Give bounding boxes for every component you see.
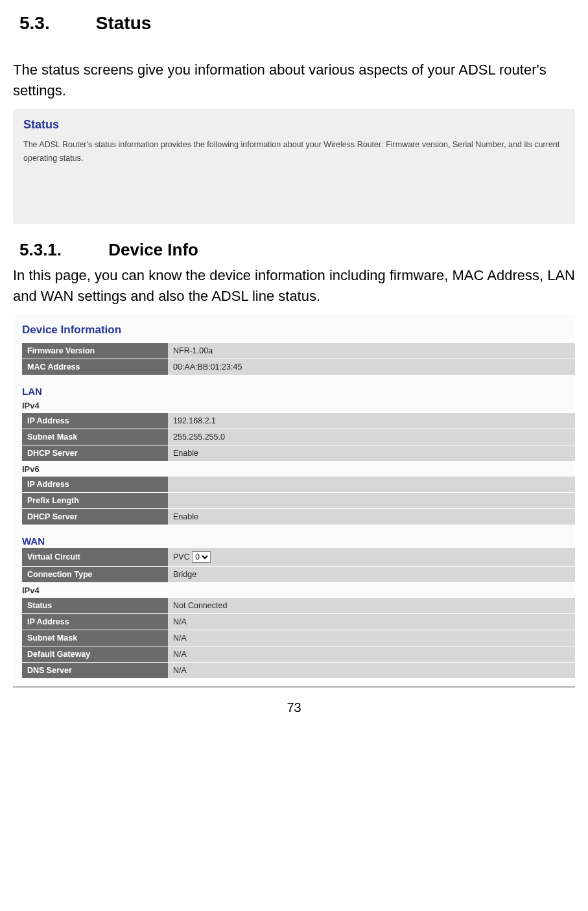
connection-type-value: Bridge [168, 567, 575, 583]
table-row: StatusNot Connected [22, 598, 575, 614]
table-row: IP Address192.168.2.1 [22, 413, 575, 429]
lan-ipv4-table: IP Address192.168.2.1Subnet Mask255.255.… [22, 413, 575, 462]
row-value: N/A [168, 663, 575, 679]
pvc-select[interactable]: 0 [192, 551, 211, 563]
subsection-number: 5.3.1. [19, 240, 104, 260]
table-row: Firmware VersionNFR-1.00a [22, 343, 575, 359]
row-label: Firmware Version [22, 343, 168, 359]
row-label: DNS Server [22, 663, 168, 679]
row-value: 00:AA:BB:01:23:45 [168, 359, 575, 375]
wan-ipv4-table: StatusNot ConnectedIP AddressN/ASubnet M… [22, 598, 575, 679]
table-row: DHCP ServerEnable [22, 445, 575, 462]
status-panel-title: Status [23, 118, 565, 132]
virtual-circuit-value: PVC 0 [168, 548, 575, 567]
table-row: Subnet MaskN/A [22, 630, 575, 646]
row-label: DHCP Server [22, 509, 168, 525]
section-number: 5.3. [19, 13, 91, 34]
lan-section-title: LAN [22, 386, 575, 397]
table-row: IP AddressN/A [22, 614, 575, 630]
connection-type-label: Connection Type [22, 567, 168, 583]
row-label: Default Gateway [22, 646, 168, 663]
row-label: Subnet Mask [22, 630, 168, 646]
row-value: 192.168.2.1 [168, 413, 575, 429]
subsection-heading: 5.3.1. Device Info [19, 240, 575, 260]
row-value: Not Connected [168, 598, 575, 614]
table-row: Connection Type Bridge [22, 567, 575, 583]
table-row: IP Address [22, 477, 575, 493]
row-value: N/A [168, 630, 575, 646]
wan-top-table: Virtual Circuit PVC 0 Connection Type Br… [22, 548, 575, 583]
lan-ipv6-table: IP AddressPrefix LengthDHCP ServerEnable [22, 477, 575, 525]
page-footer: 73 [13, 687, 575, 715]
lan-ipv4-title: IPv4 [22, 399, 575, 412]
row-value: 255.255.255.0 [168, 429, 575, 445]
device-info-title: Device Information [22, 324, 575, 337]
section-heading: 5.3. Status [19, 13, 575, 34]
pvc-prefix: PVC [173, 552, 190, 562]
row-label: Prefix Length [22, 493, 168, 509]
row-value: Enable [168, 509, 575, 525]
virtual-circuit-label: Virtual Circuit [22, 548, 168, 567]
status-panel-screenshot: Status The ADSL Router's status informat… [13, 109, 575, 224]
page-number: 73 [287, 700, 301, 715]
wan-ipv4-title: IPv4 [22, 584, 575, 597]
row-value [168, 493, 575, 509]
device-info-panel: Device Information Firmware VersionNFR-1… [13, 314, 575, 679]
row-label: Status [22, 598, 168, 614]
row-value [168, 477, 575, 493]
row-label: IP Address [22, 614, 168, 630]
subsection-title: Device Info [108, 240, 198, 259]
device-info-top-table: Firmware VersionNFR-1.00aMAC Address00:A… [22, 343, 575, 375]
lan-ipv6-title: IPv6 [22, 463, 575, 475]
table-row: DNS ServerN/A [22, 663, 575, 679]
table-row: DHCP ServerEnable [22, 509, 575, 525]
table-row: MAC Address00:AA:BB:01:23:45 [22, 359, 575, 375]
row-value: N/A [168, 614, 575, 630]
status-panel-description: The ADSL Router's status information pro… [23, 138, 565, 166]
table-row: Prefix Length [22, 493, 575, 509]
row-value: Enable [168, 445, 575, 462]
row-value: NFR-1.00a [168, 343, 575, 359]
section-body-text: The status screens give you information … [13, 60, 575, 101]
table-row: Virtual Circuit PVC 0 [22, 548, 575, 567]
row-label: IP Address [22, 477, 168, 493]
section-title: Status [96, 13, 152, 33]
table-row: Default GatewayN/A [22, 646, 575, 663]
table-row: Subnet Mask255.255.255.0 [22, 429, 575, 445]
row-label: IP Address [22, 413, 168, 429]
subsection-body-text: In this page, you can know the device in… [13, 265, 575, 307]
row-value: N/A [168, 646, 575, 663]
row-label: Subnet Mask [22, 429, 168, 445]
row-label: MAC Address [22, 359, 168, 375]
row-label: DHCP Server [22, 445, 168, 462]
wan-section-title: WAN [22, 536, 575, 547]
